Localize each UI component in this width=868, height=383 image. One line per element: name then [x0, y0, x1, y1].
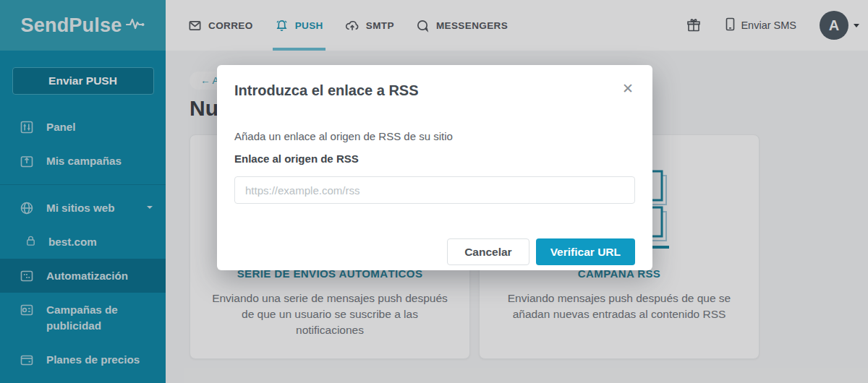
rss-link-modal: Introduzca el enlace a RSS ✕ Añada un en… [217, 65, 652, 270]
rss-field-label: Enlace al origen de RSS [234, 151, 635, 166]
modal-header: Introduzca el enlace a RSS ✕ [217, 65, 652, 99]
modal-title: Introduzca el enlace a RSS [234, 82, 419, 99]
rss-url-input[interactable] [234, 176, 635, 204]
verify-url-button[interactable]: Verificar URL [536, 238, 635, 265]
close-icon[interactable]: ✕ [621, 82, 635, 96]
modal-description: Añada un enlace al origen de RSS de su s… [234, 129, 635, 144]
modal-footer: Cancelar Verificar URL [234, 238, 635, 265]
cancel-button[interactable]: Cancelar [447, 238, 529, 265]
app-window: SendPulse CORREO PUSH [0, 0, 868, 383]
